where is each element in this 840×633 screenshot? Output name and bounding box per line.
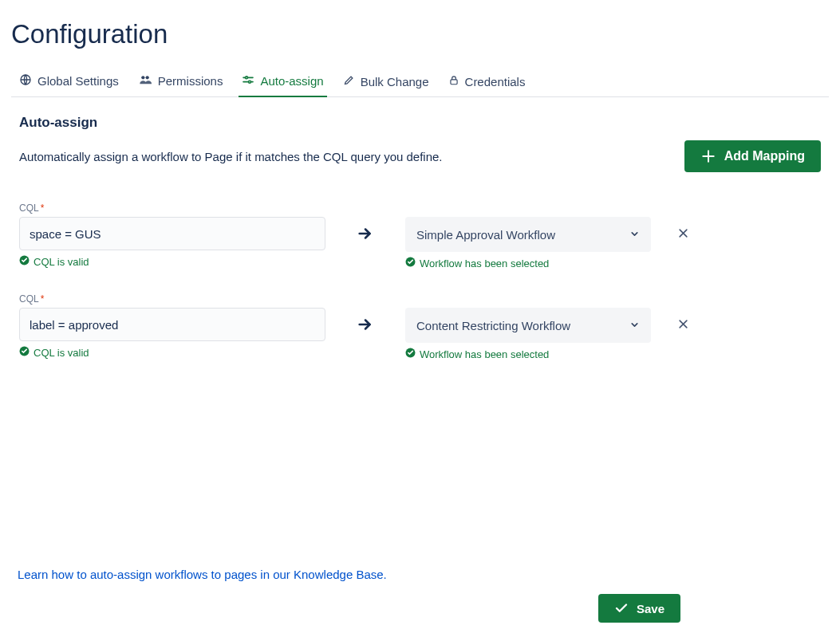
- arrow-icon: [341, 217, 389, 250]
- page-title: Configuration: [11, 19, 829, 49]
- required-indicator: *: [41, 293, 45, 305]
- button-label: Save: [637, 602, 665, 615]
- message-text: CQL is valid: [34, 256, 89, 268]
- cql-label: CQL*: [19, 202, 325, 214]
- save-button[interactable]: Save: [598, 594, 680, 623]
- svg-point-4: [246, 77, 248, 79]
- section-title: Auto-assign: [19, 115, 821, 131]
- chevron-down-icon: [629, 319, 640, 332]
- users-icon: [138, 73, 152, 88]
- close-icon: [677, 320, 689, 332]
- workflow-valid-message: Workflow has been selected: [405, 348, 651, 360]
- mapping-row: CQL* CQL is valid Simple Approval Workfl…: [19, 202, 821, 269]
- required-indicator: *: [41, 202, 45, 214]
- svg-point-6: [249, 81, 251, 83]
- tab-global-settings[interactable]: Global Settings: [18, 69, 120, 96]
- check-circle-icon: [405, 257, 416, 269]
- tab-credentials[interactable]: Credentials: [447, 69, 527, 96]
- tab-label: Permissions: [158, 74, 223, 88]
- tab-bulk-change[interactable]: Bulk Change: [341, 69, 431, 96]
- message-text: CQL is valid: [34, 347, 89, 359]
- tab-label: Global Settings: [37, 74, 119, 88]
- cql-valid-message: CQL is valid: [19, 346, 325, 359]
- check-circle-icon: [405, 348, 416, 360]
- workflow-select[interactable]: Content Restricting Workflow: [405, 308, 651, 343]
- mapping-row: CQL* CQL is valid Content Restricting Wo…: [19, 293, 821, 360]
- cql-input[interactable]: [19, 308, 325, 341]
- svg-point-1: [141, 76, 144, 79]
- select-value: Content Restricting Workflow: [416, 319, 570, 332]
- svg-rect-7: [450, 80, 456, 85]
- add-mapping-button[interactable]: Add Mapping: [684, 140, 821, 172]
- close-icon: [677, 230, 689, 242]
- check-icon: [614, 601, 629, 615]
- workflow-select[interactable]: Simple Approval Workflow: [405, 217, 651, 252]
- svg-point-2: [145, 76, 148, 79]
- message-text: Workflow has been selected: [420, 258, 549, 269]
- arrow-icon: [341, 308, 389, 341]
- label-text: CQL: [19, 202, 39, 214]
- chevron-down-icon: [629, 228, 640, 242]
- cql-input[interactable]: [19, 217, 325, 250]
- check-circle-icon: [19, 346, 30, 359]
- pencil-icon: [343, 74, 355, 88]
- plus-icon: [700, 148, 716, 164]
- check-circle-icon: [19, 255, 30, 268]
- cql-valid-message: CQL is valid: [19, 255, 325, 268]
- remove-mapping-button[interactable]: [672, 222, 694, 246]
- cql-label: CQL*: [19, 293, 325, 305]
- label-text: CQL: [19, 293, 39, 305]
- tab-label: Credentials: [465, 75, 526, 88]
- button-label: Add Mapping: [724, 149, 805, 163]
- lock-icon: [448, 74, 459, 88]
- learn-more-link[interactable]: Learn how to auto-assign workflows to pa…: [18, 568, 387, 581]
- tab-label: Bulk Change: [361, 75, 429, 88]
- globe-icon: [19, 73, 32, 88]
- section-description: Automatically assign a workflow to Page …: [19, 150, 443, 163]
- message-text: Workflow has been selected: [420, 348, 549, 360]
- workflow-valid-message: Workflow has been selected: [405, 257, 651, 269]
- tabs: Global Settings Permissions Auto-assign: [11, 69, 829, 97]
- remove-mapping-button[interactable]: [672, 313, 694, 337]
- tab-label: Auto-assign: [260, 74, 323, 88]
- select-value: Simple Approval Workflow: [416, 228, 555, 242]
- sliders-icon: [242, 73, 254, 88]
- tab-permissions[interactable]: Permissions: [136, 69, 225, 96]
- tab-auto-assign[interactable]: Auto-assign: [240, 69, 325, 96]
- tab-content: Auto-assign Automatically assign a workf…: [11, 97, 829, 623]
